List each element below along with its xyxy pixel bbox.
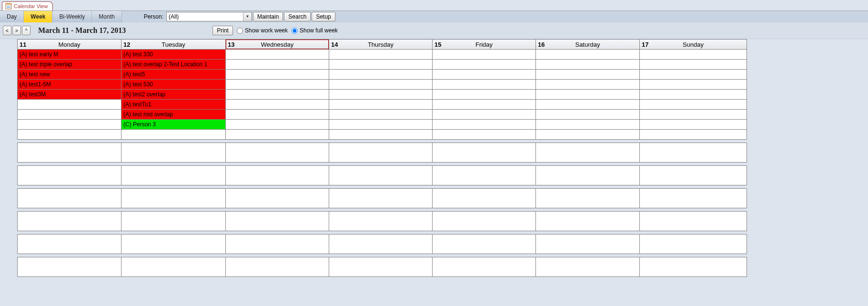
person-combobox[interactable]: ▼ [166,12,252,21]
chevron-down-icon[interactable]: ▼ [243,12,252,21]
radio-work-week[interactable]: Show work week [237,27,288,34]
calendar-cell[interactable] [433,257,536,277]
day-header-saturday[interactable]: 16Saturday [536,39,640,50]
calendar-cell[interactable] [329,100,433,110]
calendar-cell[interactable] [329,60,433,70]
calendar-cell[interactable] [226,143,329,163]
calendar-cell[interactable] [329,110,433,120]
calendar-cell[interactable] [536,165,640,185]
calendar-cell[interactable] [226,130,329,140]
calendar-cell[interactable] [433,50,536,60]
person-input[interactable] [167,12,243,21]
calendar-cell[interactable] [433,100,536,110]
calendar-cell[interactable] [433,234,536,254]
calendar-cell[interactable] [433,90,536,100]
calendar-cell[interactable] [536,234,640,254]
calendar-cell[interactable] [640,60,747,70]
day-header-tuesday[interactable]: 12Tuesday [121,39,226,50]
calendar-cell[interactable] [640,188,747,208]
calendar-cell[interactable] [536,90,640,100]
event-item[interactable]: (A) test 530 [121,80,226,90]
calendar-cell[interactable] [536,188,640,208]
search-button[interactable]: Search [284,12,311,21]
day-header-sunday[interactable]: 17Sunday [640,39,747,50]
event-item[interactable]: (A) test3M [17,90,121,100]
calendar-cell[interactable] [121,234,226,254]
calendar-cell[interactable] [433,110,536,120]
calendar-cell[interactable] [17,110,121,120]
tab-calendar-view[interactable]: Calendar View [2,1,53,10]
calendar-cell[interactable] [17,100,121,110]
event-item[interactable]: (A) test2 overlap [121,90,226,100]
calendar-cell[interactable] [121,130,226,140]
calendar-cell[interactable] [536,100,640,110]
event-item[interactable]: (A) test1-5M [17,80,121,90]
calendar-cell[interactable] [17,143,121,163]
day-header-wednesday[interactable]: 13Wednesday [226,39,329,50]
view-day[interactable]: Day [0,11,24,22]
calendar-cell[interactable] [536,257,640,277]
view-month[interactable]: Month [92,11,121,22]
calendar-cell[interactable] [17,234,121,254]
maintain-button[interactable]: Maintain [253,12,283,21]
calendar-cell[interactable] [121,188,226,208]
calendar-cell[interactable] [226,234,329,254]
calendar-cell[interactable] [329,50,433,60]
view-week[interactable]: Week [24,11,52,22]
calendar-cell[interactable] [536,50,640,60]
calendar-cell[interactable] [121,165,226,185]
calendar-cell[interactable] [640,143,747,163]
calendar-cell[interactable] [329,257,433,277]
calendar-cell[interactable] [536,60,640,70]
calendar-cell[interactable] [226,100,329,110]
calendar-cell[interactable] [17,120,121,130]
view-biweekly[interactable]: Bi-Weekly [52,11,92,22]
calendar-cell[interactable] [226,188,329,208]
calendar-cell[interactable] [121,211,226,231]
event-item[interactable]: (A) test overlap 2-Test Location 1 [121,60,226,70]
calendar-cell[interactable] [226,90,329,100]
calendar-cell[interactable] [17,211,121,231]
calendar-cell[interactable] [433,165,536,185]
calendar-cell[interactable] [226,70,329,80]
print-button[interactable]: Print [212,26,233,35]
calendar-cell[interactable] [226,257,329,277]
calendar-cell[interactable] [536,70,640,80]
calendar-cell[interactable] [329,80,433,90]
calendar-cell[interactable] [433,130,536,140]
day-header-thursday[interactable]: 14Thursday [329,39,433,50]
calendar-cell[interactable] [121,257,226,277]
calendar-cell[interactable] [433,188,536,208]
event-item[interactable]: (A) testTu1 [121,100,226,110]
calendar-cell[interactable] [536,211,640,231]
calendar-cell[interactable] [329,165,433,185]
calendar-cell[interactable] [640,80,747,90]
day-header-monday[interactable]: 11Monday [17,39,121,50]
calendar-cell[interactable] [536,110,640,120]
calendar-cell[interactable] [226,110,329,120]
next-button[interactable]: > [12,26,21,35]
calendar-cell[interactable] [640,130,747,140]
event-item[interactable]: (A) test triple overlap [17,60,121,70]
calendar-cell[interactable] [433,143,536,163]
calendar-cell[interactable] [329,70,433,80]
radio-full-week[interactable]: Show full week [292,27,338,34]
calendar-cell[interactable] [329,90,433,100]
event-item[interactable]: (A) test new [17,70,121,80]
calendar-cell[interactable] [17,130,121,140]
calendar-cell[interactable] [329,120,433,130]
calendar-cell[interactable] [226,120,329,130]
calendar-cell[interactable] [433,60,536,70]
calendar-cell[interactable] [433,70,536,80]
setup-button[interactable]: Setup [312,12,335,21]
calendar-cell[interactable] [226,211,329,231]
prev-button[interactable]: < [3,26,11,35]
calendar-cell[interactable] [640,110,747,120]
calendar-cell[interactable] [433,211,536,231]
calendar-cell[interactable] [640,165,747,185]
event-item[interactable]: (A) test 330 [121,50,226,60]
day-header-friday[interactable]: 15Friday [433,39,536,50]
calendar-cell[interactable] [329,143,433,163]
calendar-cell[interactable] [640,234,747,254]
calendar-cell[interactable] [329,188,433,208]
